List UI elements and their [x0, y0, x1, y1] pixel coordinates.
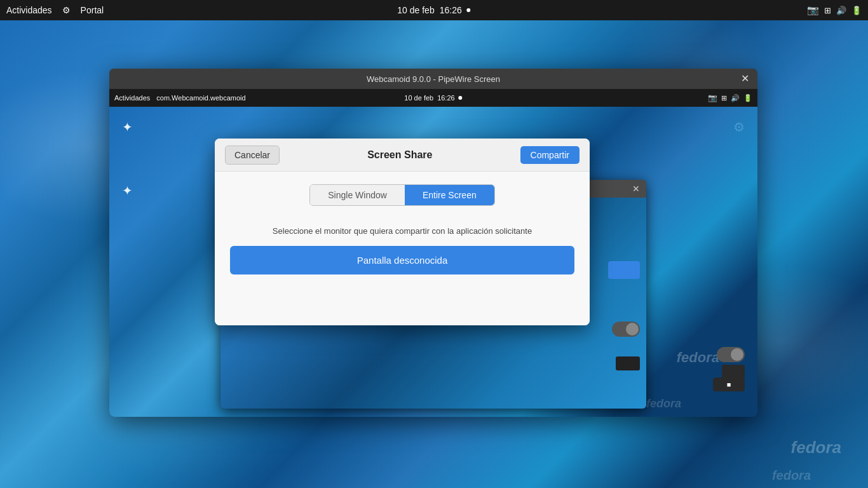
screen-share-dialog: Cancelar Screen Share Compartir Single W… [215, 139, 590, 325]
inner-right-controls [608, 261, 640, 279]
inner-date: 10 de feb [404, 94, 433, 102]
monitor-select-button[interactable]: Pantalla desconocida [230, 246, 574, 274]
inner-mini-btn[interactable] [616, 356, 640, 370]
inner-window-close-button[interactable]: ✕ [632, 184, 640, 194]
inner-network-icon: ⊞ [721, 94, 727, 102]
volume-tray-icon[interactable]: 🔊 [836, 6, 846, 15]
inner-volume-icon: 🔊 [731, 94, 740, 102]
mini-btn-1 [722, 365, 745, 379]
star-decoration-left: ✦ [122, 119, 133, 135]
gear-decoration-right[interactable]: ⚙ [733, 119, 745, 135]
notification-dot [467, 8, 471, 12]
dialog-body: Single Window Entire Screen Seleccione e… [215, 172, 590, 325]
entire-screen-tab[interactable]: Entire Screen [405, 185, 494, 205]
inner-taskbar-right: 📷 ⊞ 🔊 🔋 [708, 93, 752, 102]
panel-time: 16:26 [440, 5, 462, 15]
tab-switcher-container: Single Window Entire Screen [230, 184, 574, 216]
toggle-area [717, 347, 745, 362]
panel-left: Actividades ⚙ Portal [6, 5, 104, 15]
network-tray-icon[interactable]: ⊞ [824, 6, 831, 15]
inner-power-icon: 🔋 [743, 94, 752, 102]
dialog-subtitle: Seleccione el monitor que quiera compart… [230, 226, 574, 236]
inner-app-label[interactable]: com.Webcamoid.webcamoid [156, 94, 245, 102]
top-panel: Actividades ⚙ Portal 10 de feb 16:26 📷 ⊞… [0, 0, 868, 20]
inner-blue-btn[interactable] [608, 261, 640, 279]
actividades-label[interactable]: Actividades [6, 5, 52, 15]
toggle-switch[interactable] [717, 347, 745, 362]
desktop-fedora-1: fedora [791, 438, 841, 458]
outer-window-title: Webcamoid 9.0.0 - PipeWire Screen [367, 74, 500, 84]
inner-taskbar: Actividades com.Webcamoid.webcamoid 10 d… [109, 89, 757, 107]
outer-window-close-button[interactable]: ✕ [740, 74, 750, 84]
panel-date: 10 de feb [397, 5, 434, 15]
power-tray-icon[interactable]: 🔋 [851, 6, 862, 15]
inner-webcamoid-icon: 📷 [708, 93, 717, 102]
inner-time: 16:26 [437, 94, 455, 102]
tab-switcher: Single Window Entire Screen [309, 184, 494, 206]
inner-taskbar-center: 10 de feb 16:26 [404, 94, 462, 102]
mini-btn-dark[interactable] [722, 365, 745, 379]
inner-actividades[interactable]: Actividades [114, 94, 150, 102]
dialog-title: Screen Share [367, 149, 432, 161]
portal-label[interactable]: Portal [81, 5, 104, 15]
single-window-tab[interactable]: Single Window [310, 185, 405, 205]
webcamoid-tray-icon[interactable]: 📷 [807, 4, 819, 16]
outer-window-titlebar: Webcamoid 9.0.0 - PipeWire Screen ✕ [109, 69, 757, 89]
record-button[interactable]: ■ [713, 377, 745, 391]
cancel-button[interactable]: Cancelar [225, 146, 280, 165]
inner-taskbar-left: Actividades com.Webcamoid.webcamoid [114, 94, 246, 102]
star-decoration-left2: ✦ [122, 183, 133, 198]
share-button[interactable]: Compartir [520, 146, 580, 164]
dark-btn-container: ■ [713, 377, 745, 391]
inner-notification-dot [459, 96, 463, 100]
panel-center: 10 de feb 16:26 [397, 5, 470, 15]
panel-right: 📷 ⊞ 🔊 🔋 [807, 4, 862, 16]
gear-icon[interactable]: ⚙ [62, 5, 71, 15]
inner-mini-btn-area [616, 356, 640, 370]
desktop: Actividades ⚙ Portal 10 de feb 16:26 📷 ⊞… [0, 0, 868, 488]
dialog-header: Cancelar Screen Share Compartir [215, 139, 590, 172]
desktop-fedora-2: fedora [772, 468, 811, 483]
dialog-spacer [230, 274, 574, 313]
inner-toggle[interactable] [612, 322, 640, 337]
inner-toggle-area [612, 322, 640, 337]
